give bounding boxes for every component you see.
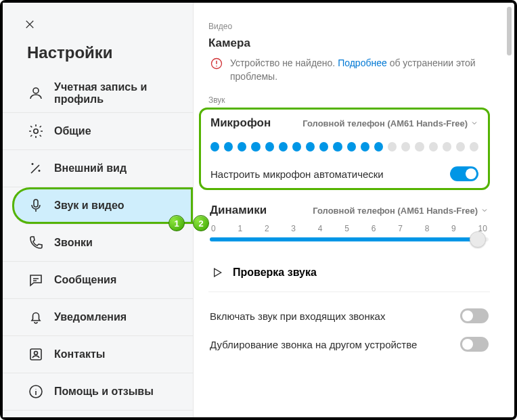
mic-level-dot: [265, 142, 274, 151]
scale-tick: 9: [451, 224, 456, 233]
sidebar-item-label: Помощь и отзывы: [54, 386, 154, 398]
scale-tick: 4: [318, 224, 323, 233]
slider-thumb[interactable]: [470, 231, 486, 248]
sidebar-item-account[interactable]: Учетная запись и профиль: [3, 74, 193, 113]
sidebar-item-notifications[interactable]: Уведомления: [3, 299, 193, 336]
speakers-device-select[interactable]: Головной телефон (AM61 Hands-Free): [313, 206, 489, 216]
svg-rect-2: [34, 200, 38, 207]
video-section-label: Видео: [208, 22, 490, 31]
warning-icon: [210, 57, 223, 70]
sidebar-item-label: Внешний вид: [54, 162, 127, 174]
sidebar: Настройки Учетная запись и профиль Общие…: [3, 3, 194, 417]
scale-tick: 2: [265, 224, 269, 233]
speakers-volume-slider[interactable]: 012345678910: [210, 224, 489, 241]
setting-duplicate-toggle[interactable]: [460, 337, 489, 352]
mic-auto-label: Настроить микрофон автоматически: [210, 168, 384, 180]
mic-level-dot: [388, 142, 397, 151]
mic-level-dot: [443, 142, 451, 151]
mic-level-dot: [251, 142, 260, 151]
speakers-heading: Динамики: [210, 204, 267, 217]
sidebar-item-appearance[interactable]: Внешний вид: [3, 150, 193, 187]
svg-point-7: [216, 66, 217, 67]
info-icon: [27, 383, 45, 400]
mic-level-dot: [306, 142, 315, 151]
close-button[interactable]: [20, 15, 39, 34]
speakers-panel: Динамики Головной телефон (AM61 Hands-Fr…: [208, 204, 490, 241]
mic-level-dot: [238, 142, 246, 151]
wand-icon: [27, 160, 45, 177]
sidebar-item-messages[interactable]: Сообщения: [3, 262, 193, 299]
sidebar-item-help[interactable]: Помощь и отзывы: [3, 373, 193, 411]
camera-warning: Устройство не найдено. Подробнее об устр…: [208, 57, 490, 83]
callout-badge-1: 1: [168, 215, 185, 231]
sidebar-item-label: Звук и видео: [54, 200, 125, 212]
setting-duplicate-label: Дублирование звонка на другом устройстве: [210, 339, 417, 350]
learn-more-link[interactable]: Подробнее: [338, 57, 387, 68]
scale-tick: 8: [425, 224, 430, 233]
sidebar-menu: Учетная запись и профиль Общие Внешний в…: [3, 74, 193, 411]
scale-tick: 1: [238, 224, 242, 233]
play-icon: [210, 266, 223, 279]
mic-level-dot: [429, 142, 438, 151]
mic-auto-toggle[interactable]: [450, 166, 478, 181]
svg-point-1: [34, 129, 38, 133]
sidebar-item-calls[interactable]: Звонки: [3, 225, 193, 262]
setting-incoming-toggle[interactable]: [460, 308, 489, 323]
mic-level-meter: [210, 142, 478, 151]
gear-icon: [27, 122, 45, 140]
sound-test-button[interactable]: Проверка звука: [208, 254, 490, 292]
sidebar-item-label: Общие: [54, 125, 91, 137]
sidebar-item-contacts[interactable]: Контакты: [3, 336, 193, 373]
camera-heading: Камера: [208, 37, 490, 50]
contacts-icon: [27, 346, 45, 363]
sidebar-title: Настройки: [27, 43, 193, 62]
speakers-device-label: Головной телефон (AM61 Hands-Free): [313, 206, 478, 216]
mic-level-dot: [210, 142, 219, 151]
scrollbar-thumb[interactable]: [507, 7, 512, 55]
close-icon: [24, 18, 36, 30]
slider-scale: 012345678910: [210, 224, 489, 233]
sidebar-item-label: Уведомления: [54, 311, 127, 323]
svg-point-4: [35, 352, 38, 355]
chevron-down-icon: [480, 206, 489, 214]
chat-icon: [27, 271, 45, 289]
main-panel: Видео Камера Устройство не найдено. Подр…: [194, 3, 514, 417]
bell-icon: [27, 308, 45, 326]
microphone-panel: Микрофон Головной телефон (AM61 Hands-Fr…: [199, 108, 490, 190]
scale-tick: 6: [372, 224, 376, 233]
sidebar-item-label: Звонки: [54, 237, 93, 249]
mic-device-select[interactable]: Головной телефон (AM61 Hands-Free): [302, 118, 478, 129]
mic-level-dot: [401, 142, 410, 151]
mic-level-dot: [319, 142, 328, 151]
mic-level-dot: [456, 142, 465, 151]
slider-track: [210, 237, 489, 241]
microphone-icon: [27, 197, 45, 214]
chevron-down-icon: [470, 119, 478, 127]
warning-text-pre: Устройство не найдено.: [230, 57, 338, 68]
sidebar-item-label: Учетная запись и профиль: [54, 81, 162, 106]
sound-section-label: Звук: [208, 95, 490, 105]
mic-level-dot: [415, 142, 424, 151]
mic-level-dot: [292, 142, 301, 151]
sidebar-item-general[interactable]: Общие: [3, 113, 193, 150]
mic-level-dot: [374, 142, 383, 151]
callout-badge-2: 2: [193, 215, 209, 231]
mic-level-dot: [333, 142, 342, 151]
mic-level-dot: [361, 142, 369, 151]
sound-test-label: Проверка звука: [233, 266, 317, 279]
scale-tick: 5: [344, 224, 349, 233]
mic-level-dot: [347, 142, 356, 151]
setting-incoming-label: Включать звук при входящих звонках: [210, 310, 385, 322]
scale-tick: 3: [291, 224, 296, 233]
mic-level-dot: [279, 142, 288, 151]
mic-device-label: Головной телефон (AM61 Hands-Free): [302, 118, 468, 129]
mic-heading: Микрофон: [210, 116, 271, 130]
mic-level-dot: [224, 142, 233, 151]
scale-tick: 7: [398, 224, 403, 233]
phone-icon: [27, 234, 45, 252]
mic-level-dot: [470, 142, 478, 151]
sidebar-item-label: Контакты: [54, 348, 105, 360]
sidebar-item-audio-video[interactable]: Звук и видео: [12, 187, 193, 225]
user-icon: [27, 85, 45, 102]
scale-tick: 0: [211, 224, 216, 233]
